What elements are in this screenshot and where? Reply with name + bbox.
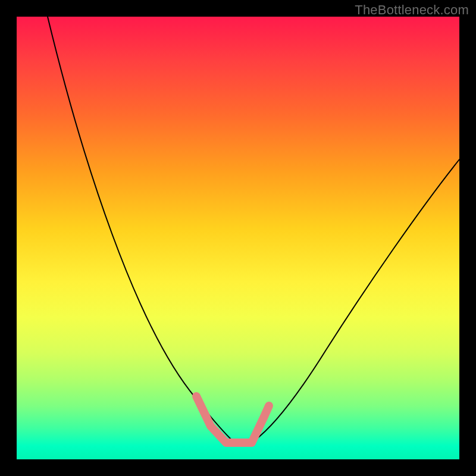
plot-area [17, 17, 459, 459]
curve-left-arm [48, 17, 231, 439]
curve-right-arm [255, 159, 459, 440]
highlight-segment [196, 396, 269, 443]
chart-svg [17, 17, 459, 459]
chart-frame: TheBottleneck.com [0, 0, 476, 476]
watermark-label: TheBottleneck.com [355, 2, 469, 18]
